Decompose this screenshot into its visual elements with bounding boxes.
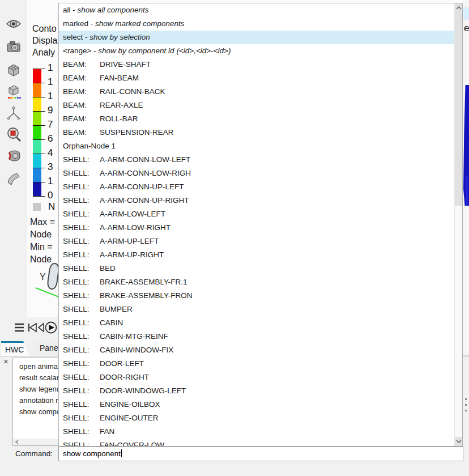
dropdown-option[interactable]: <range> - show by component id (<id>,<id… xyxy=(59,44,455,58)
colorbar-tick xyxy=(33,69,45,69)
colorbar-tick xyxy=(33,97,45,97)
dropdown-component-item[interactable]: SHELL:A-ARM-LOW-LEFT xyxy=(59,207,455,221)
autocomplete-list: all - show all componentsmarked - show m… xyxy=(59,3,455,446)
dropdown-component-item[interactable]: BEAM:SUSPENSION-REAR xyxy=(59,126,455,139)
dropdown-component-item[interactable]: SHELL:DOOR-WINDOWG-LEFT xyxy=(59,384,455,398)
text-caret xyxy=(121,449,122,457)
dropdown-component-item[interactable]: Orphan-Node 1 xyxy=(59,139,455,153)
step-back-icon[interactable] xyxy=(39,324,44,332)
colorbar-band xyxy=(33,139,41,154)
colorbar-tick-label: 1 xyxy=(48,91,59,102)
dropdown-component-item[interactable]: BEAM:DRIVE-SHAFT xyxy=(59,58,455,71)
legend-min-node-label: Node xyxy=(30,254,52,265)
colorbar-tick-label: 1 xyxy=(48,76,59,88)
skip-to-start-icon[interactable] xyxy=(29,324,36,332)
camera-icon[interactable] xyxy=(6,39,22,54)
colorbar-tick-label: 7 xyxy=(48,119,59,130)
strip-highlight-row xyxy=(463,7,469,20)
colorbar-band xyxy=(33,83,41,97)
colorbar-tick xyxy=(33,125,45,126)
strip-divider xyxy=(463,355,469,356)
splitter-grip-dot[interactable] xyxy=(465,404,467,406)
dropdown-component-item[interactable]: SHELL:BUMPER xyxy=(59,303,455,316)
colorbar-band xyxy=(33,125,41,139)
pipe-icon[interactable] xyxy=(6,170,22,186)
colorbar-tick xyxy=(33,139,45,140)
colorbar-band xyxy=(33,97,41,111)
legend-title-line: Conto xyxy=(32,24,57,34)
dropdown-component-item[interactable]: SHELL:A-ARM-CONN-LOW-LEFT xyxy=(59,153,455,167)
dropdown-option[interactable]: marked - show marked components xyxy=(59,17,455,31)
dropdown-component-item[interactable]: BEAM:ROLL-BAR xyxy=(59,112,455,126)
dropdown-component-item[interactable]: SHELL:A-ARM-UP-RIGHT xyxy=(59,248,455,262)
dropdown-component-item[interactable]: SHELL:FAN-COVER-LOW xyxy=(59,439,455,446)
dropdown-component-item[interactable]: BEAM:RAIL-CONN-BACK xyxy=(59,85,455,99)
colorbar-tick xyxy=(33,182,45,182)
dropdown-component-item[interactable]: SHELL:A-ARM-UP-LEFT xyxy=(59,235,455,248)
colorbar-band xyxy=(33,168,41,182)
colorbar-tick xyxy=(33,83,45,83)
app-window: Conto Displa Analy 1119764310 N Max = No… xyxy=(0,0,469,476)
model-3d-fragment xyxy=(463,85,469,206)
dropdown-option[interactable]: select - show by selection xyxy=(59,31,455,44)
colorbar-tick xyxy=(33,168,45,168)
dropdown-component-item[interactable]: SHELL:A-ARM-LOW-RIGHT xyxy=(59,221,455,235)
no-result-label: N xyxy=(48,201,55,212)
dropdown-component-item[interactable]: SHELL:BED xyxy=(59,262,455,275)
dropdown-component-item[interactable]: BEAM:REAR-AXLE xyxy=(59,99,455,112)
splitter-grip-dot[interactable] xyxy=(465,410,467,411)
legend-max-label: Max = xyxy=(30,217,55,227)
dropdown-component-item[interactable]: SHELL:DOOR-LEFT xyxy=(59,357,455,371)
playback-controls xyxy=(14,320,59,336)
legend-title-line: Displa xyxy=(32,36,57,46)
dropdown-component-item[interactable]: SHELL:CABIN-WINDOW-FIX xyxy=(59,343,455,357)
splitter-grip-dot[interactable] xyxy=(465,398,467,400)
colorbar-band xyxy=(33,69,41,83)
dropdown-component-item[interactable]: SHELL:CABIN xyxy=(59,316,455,330)
close-icon[interactable]: × xyxy=(3,356,8,366)
colorbar-tick-label: 0 xyxy=(48,190,59,201)
dropdown-component-item[interactable]: SHELL:ENGINE-OILBOX xyxy=(59,398,455,411)
dropdown-component-item[interactable]: SHELL:DOOR-RIGHT xyxy=(59,371,455,384)
legend-title-line: Analy xyxy=(32,48,55,58)
command-label: Command: xyxy=(15,449,53,458)
legend-max-node-label: Node xyxy=(30,230,52,240)
dropdown-component-item[interactable]: SHELL:A-ARM-CONN-UP-LEFT xyxy=(59,180,455,194)
play-button-icon[interactable] xyxy=(46,322,57,333)
dropdown-component-item[interactable]: SHELL:BRAKE-ASSEMBLY-FRON xyxy=(59,289,455,303)
colorbar-tick xyxy=(33,196,45,197)
axis-y-label: Y xyxy=(40,272,46,282)
command-input[interactable]: show component xyxy=(58,447,463,461)
dropdown-component-item[interactable]: SHELL:A-ARM-CONN-UP-RIGHT xyxy=(59,194,455,207)
dropdown-component-item[interactable]: SHELL:FAN xyxy=(59,425,455,439)
zoom-model-icon[interactable] xyxy=(6,126,22,142)
menu-icon[interactable] xyxy=(15,324,24,331)
legend-min-label: Min = xyxy=(30,242,53,252)
colorbar-band xyxy=(33,111,41,125)
eye-icon[interactable] xyxy=(6,16,22,32)
scroll-left-arrow-icon[interactable] xyxy=(15,440,19,444)
colorbar-tick-label: 4 xyxy=(48,147,59,159)
dropdown-component-item[interactable]: SHELL:BRAKE-ASSEMBLY-FR.1 xyxy=(59,275,455,289)
colorbar-tick-label: 9 xyxy=(48,105,59,116)
triad-icon[interactable] xyxy=(6,105,22,121)
autocomplete-popup: all - show all componentsmarked - show m… xyxy=(58,3,463,447)
section-cube-icon[interactable] xyxy=(6,84,22,100)
background-window-strip: e xyxy=(463,0,469,356)
command-text: show component xyxy=(63,449,121,458)
colorbar-tick-label: 3 xyxy=(48,162,59,173)
colorbar-tick xyxy=(33,154,45,154)
scrollbar-thumb[interactable] xyxy=(455,12,463,206)
dropdown-component-item[interactable]: BEAM:FAN-BEAM xyxy=(59,71,455,85)
dropdown-option[interactable]: all - show all components xyxy=(59,3,455,17)
scroll-up-arrow-icon[interactable] xyxy=(455,3,463,12)
dropdown-component-item[interactable]: SHELL:CABIN-MTG-REINF xyxy=(59,330,455,343)
dropdown-component-item[interactable]: SHELL:ENGINE-OUTER xyxy=(59,411,455,425)
axis-line xyxy=(34,283,60,299)
cube-icon[interactable] xyxy=(6,62,22,78)
clamp-icon[interactable] xyxy=(6,148,22,164)
tab-hwc[interactable]: HWC xyxy=(1,341,29,356)
scroll-down-arrow-icon[interactable] xyxy=(455,437,463,446)
dropdown-component-item[interactable]: SHELL:A-ARM-CONN-LOW-RIGH xyxy=(59,167,455,180)
dropdown-scrollbar[interactable] xyxy=(454,3,462,446)
